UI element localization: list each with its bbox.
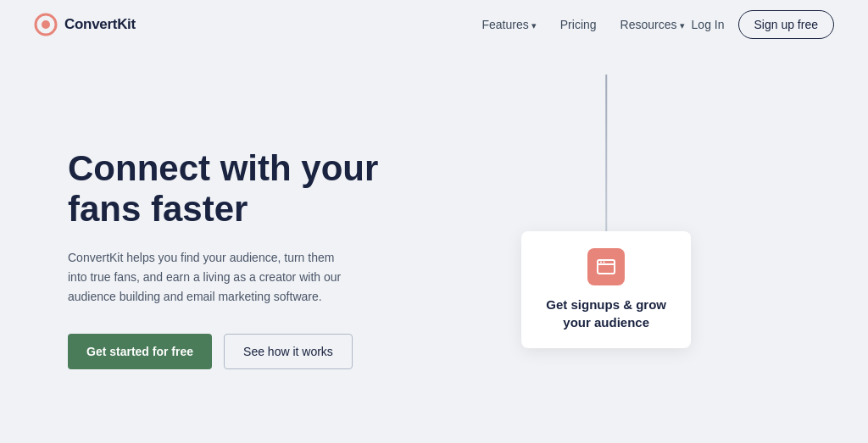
heading-line2: fans faster — [68, 189, 248, 229]
connector-line — [605, 75, 607, 244]
heading-line1: Connect with your — [68, 148, 378, 188]
hero-subtext: ConvertKit helps you find your audience,… — [68, 248, 356, 307]
feature-card: Get signups & grow your audience — [521, 231, 691, 348]
hero-right: Get signups & grow your audience — [378, 75, 834, 443]
hero-heading: Connect with your fans faster — [68, 148, 378, 230]
logo-text: ConvertKit — [64, 16, 136, 33]
resources-link[interactable]: Resources — [620, 18, 685, 31]
get-started-button[interactable]: Get started for free — [68, 334, 212, 369]
see-how-button[interactable]: See how it works — [224, 334, 353, 369]
card-icon-box — [587, 248, 625, 285]
svg-rect-2 — [598, 260, 615, 274]
login-link[interactable]: Log In — [692, 18, 725, 31]
browser-icon — [596, 257, 616, 277]
hero-buttons: Get started for free See how it works — [68, 334, 378, 369]
nav-links: Features Pricing Resources — [481, 17, 684, 32]
features-link[interactable]: Features — [481, 18, 536, 31]
navbar: ConvertKit Features Pricing Resources Lo… — [0, 0, 868, 49]
hero-left: Connect with your fans faster ConvertKit… — [68, 148, 378, 370]
signup-button[interactable]: Sign up free — [738, 10, 835, 39]
card-label: Get signups & grow your audience — [538, 296, 674, 331]
nav-item-pricing[interactable]: Pricing — [560, 17, 597, 32]
svg-point-5 — [604, 262, 605, 263]
nav-item-resources[interactable]: Resources — [620, 17, 685, 32]
svg-point-4 — [600, 262, 602, 263]
logo-icon — [34, 13, 58, 36]
pricing-link[interactable]: Pricing — [560, 18, 597, 31]
logo[interactable]: ConvertKit — [34, 13, 136, 36]
svg-point-1 — [42, 20, 50, 29]
hero-section: Connect with your fans faster ConvertKit… — [0, 49, 868, 443]
nav-item-features[interactable]: Features — [481, 17, 536, 32]
